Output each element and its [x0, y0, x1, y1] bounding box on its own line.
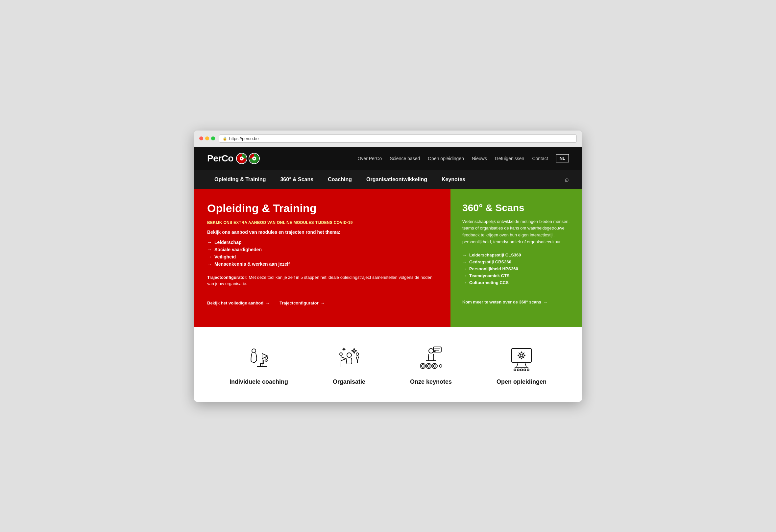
- bottom-item-keynotes[interactable]: Onze keynotes: [410, 344, 452, 385]
- svg-rect-23: [512, 349, 531, 362]
- browser-window: 🔒 https://perco.be PerCo: [194, 131, 582, 402]
- svg-point-18: [426, 363, 431, 369]
- bottom-item-coaching[interactable]: Individuele coaching: [229, 344, 288, 385]
- svg-point-21: [439, 365, 442, 367]
- green-item-cts: Teamdynamiek CTS: [462, 272, 570, 279]
- logo-icons: [236, 153, 260, 164]
- svg-point-40: [524, 369, 526, 371]
- svg-point-10: [356, 353, 359, 355]
- svg-point-28: [520, 354, 523, 357]
- coaching-label: Individuele coaching: [229, 378, 288, 385]
- green-item-cbs: Gedragsstijl CBS360: [462, 258, 570, 265]
- main-nav-organisatie[interactable]: Organisatieontwikkeling: [359, 170, 434, 189]
- keynotes-icon: [416, 344, 446, 373]
- hero-links: Bekijk het volledige aanbod Trajectconfi…: [207, 295, 437, 306]
- green-item-cls: Leiderschapsstijl CLS360: [462, 251, 570, 258]
- lang-button[interactable]: NL: [556, 154, 569, 162]
- list-item-sociale: Sociale vaardigheden: [207, 246, 437, 253]
- list-item-mensenkennis: Mensenkennis & werken aan jezelf: [207, 260, 437, 268]
- search-icon[interactable]: ⌕: [565, 176, 569, 183]
- green-link: Kom meer te weten over de 360° scans: [462, 294, 570, 305]
- nav-getuigenissen[interactable]: Getuigenissen: [495, 156, 525, 161]
- main-nav-360[interactable]: 360° & Scans: [273, 170, 321, 189]
- header-top: PerCo: [194, 147, 582, 170]
- svg-point-39: [521, 369, 523, 371]
- dot-yellow[interactable]: [205, 137, 209, 140]
- green-item-hps: Persoonlijkheid HPS360: [462, 265, 570, 272]
- link-trajectconfigurator[interactable]: Trajectconfigurator: [279, 301, 325, 306]
- coaching-icon: [244, 344, 273, 373]
- list-item-leiderschap: Leiderschap: [207, 239, 437, 246]
- traj-label: Trajectconfigurator:: [207, 275, 248, 280]
- organisatie-icon: [334, 344, 364, 373]
- svg-line-25: [525, 362, 527, 367]
- svg-line-24: [517, 362, 518, 367]
- dot-red[interactable]: [199, 137, 203, 140]
- nav-nieuws[interactable]: Nieuws: [472, 156, 487, 161]
- hero-right-description: Wetenschappelijk ontwikkelde metingen bi…: [462, 218, 570, 245]
- nav-open-opleidingen[interactable]: Open opleidingen: [428, 156, 464, 161]
- url-text: https://perco.be: [229, 136, 259, 141]
- main-nav-opleiding[interactable]: Opleiding & Training: [207, 170, 273, 189]
- link-360-scans[interactable]: Kom meer te weten over de 360° scans: [462, 300, 570, 305]
- svg-point-17: [427, 365, 430, 367]
- svg-point-5: [253, 158, 255, 159]
- address-bar[interactable]: 🔒 https://perco.be: [219, 135, 577, 143]
- main-nav-coaching[interactable]: Coaching: [321, 170, 359, 189]
- bottom-item-open-opleidingen[interactable]: Open opleidingen: [497, 344, 547, 385]
- svg-point-41: [527, 369, 529, 371]
- browser-dots: [199, 137, 215, 140]
- svg-line-35: [519, 357, 520, 358]
- svg-point-38: [517, 369, 519, 371]
- top-nav: Over PerCo Science based Open opleidinge…: [357, 154, 569, 162]
- main-nav: Opleiding & Training 360° & Scans Coachi…: [194, 170, 582, 189]
- link-aanbod[interactable]: Bekijk het volledige aanbod: [207, 301, 269, 306]
- svg-point-16: [420, 363, 425, 369]
- covid-notice: BEKIJK ONS EXTRA AANBOD VAN ONLINE MODUL…: [207, 220, 437, 225]
- main-nav-keynotes[interactable]: Keynotes: [434, 170, 472, 189]
- svg-point-37: [514, 369, 516, 371]
- hero-right-title: 360° & Scans: [462, 202, 570, 213]
- keynotes-label: Onze keynotes: [410, 378, 452, 385]
- svg-point-9: [340, 353, 342, 355]
- svg-line-34: [524, 357, 524, 358]
- nav-science-based[interactable]: Science based: [390, 156, 420, 161]
- svg-point-19: [433, 365, 436, 367]
- logo-circle-left: [236, 153, 247, 164]
- green-list: Leiderschapsstijl CLS360 Gedragsstijl CB…: [462, 251, 570, 286]
- hero: Opleiding & Training BEKIJK ONS EXTRA AA…: [194, 189, 582, 327]
- logo-text: PerCo: [207, 153, 233, 164]
- lock-icon: 🔒: [223, 137, 227, 141]
- nav-contact[interactable]: Contact: [532, 156, 548, 161]
- svg-point-7: [265, 357, 268, 359]
- hero-left-intro: Bekijk ons aanbod van modules en traject…: [207, 229, 437, 235]
- hero-left: Opleiding & Training BEKIJK ONS EXTRA AA…: [194, 189, 450, 327]
- nav-over-perco[interactable]: Over PerCo: [357, 156, 382, 161]
- svg-point-11: [429, 349, 433, 353]
- traj-text: Trajectconfigurator: Met deze tool kan j…: [207, 274, 437, 287]
- main-nav-links: Opleiding & Training 360° & Scans Coachi…: [207, 170, 472, 189]
- website: PerCo: [194, 147, 582, 402]
- svg-point-2: [241, 158, 242, 159]
- organisatie-label: Organisatie: [333, 378, 365, 385]
- hero-left-list: Leiderschap Sociale vaardigheden Veiligh…: [207, 239, 437, 268]
- browser-chrome: 🔒 https://perco.be: [194, 131, 582, 147]
- list-item-veiligheid: Veiligheid: [207, 253, 437, 260]
- svg-point-15: [421, 365, 424, 367]
- svg-point-8: [347, 353, 352, 357]
- svg-point-6: [252, 349, 256, 353]
- bottom-item-organisatie[interactable]: Organisatie: [333, 344, 365, 385]
- hero-right: 360° & Scans Wetenschappelijk ontwikkeld…: [450, 189, 582, 327]
- open-opleidingen-icon: [507, 344, 536, 373]
- bottom-section: Individuele coaching: [194, 327, 582, 402]
- green-item-ccs: Cultuurmeting CCS: [462, 279, 570, 286]
- svg-line-33: [519, 353, 520, 353]
- logo: PerCo: [207, 153, 260, 164]
- svg-line-36: [524, 353, 524, 353]
- open-opleidingen-label: Open opleidingen: [497, 378, 547, 385]
- dot-green[interactable]: [211, 137, 215, 140]
- svg-point-20: [432, 363, 437, 369]
- logo-circle-right: [248, 153, 260, 164]
- hero-left-title: Opleiding & Training: [207, 202, 437, 214]
